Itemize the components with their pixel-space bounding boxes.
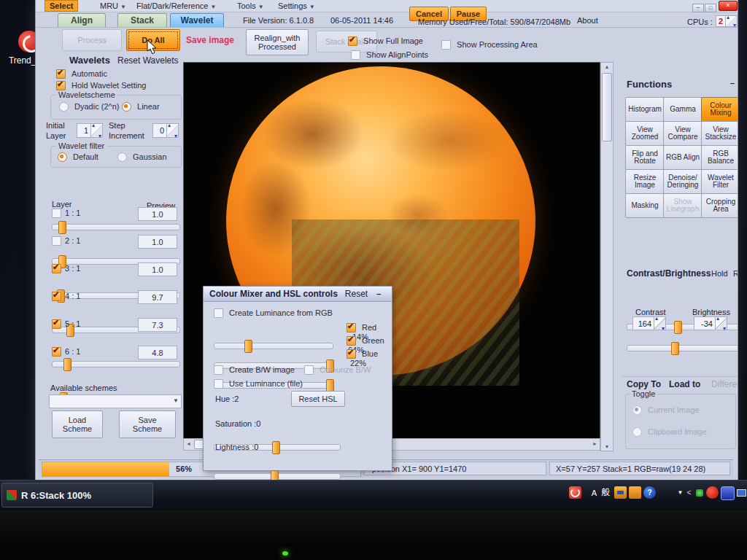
slider-thumb[interactable] [272,441,280,454]
checkbox-icon[interactable] [441,40,451,50]
show-processing-area-checkbox[interactable]: Show Processing Area [441,40,538,50]
spinner-arrows-icon[interactable] [91,123,103,138]
checkbox-icon[interactable] [351,50,360,60]
fn-view-zoomed-button[interactable]: View Zoomed [625,121,665,146]
difference-button[interactable]: Difference [711,379,738,389]
checkbox-icon[interactable] [347,349,356,359]
slider-thumb[interactable] [674,321,682,334]
spinner-arrows-icon[interactable] [167,123,179,138]
close-button[interactable]: × [719,1,738,11]
fn-masking-button[interactable]: Masking [625,193,665,218]
trend-micro-tray-icon[interactable] [569,486,581,499]
dialog-reset-button[interactable]: Reset [345,289,368,299]
help-icon[interactable]: ? [643,486,656,499]
layer-4-checkbox[interactable]: 4 : 1 [52,292,80,301]
copy-to-button[interactable]: Copy To [627,379,661,389]
checkbox-icon[interactable] [214,308,223,318]
checkbox-icon[interactable] [52,264,61,273]
scroll-left-icon[interactable]: ◄ [186,441,191,446]
functions-minimize-button[interactable]: – [730,79,735,88]
ime-alpha-icon[interactable]: A [588,486,600,499]
radio-icon[interactable] [59,102,69,112]
fn-show-linegraph-button[interactable]: Show Linegraph [663,193,703,218]
radio-icon[interactable] [632,427,642,437]
checkbox-icon[interactable] [56,69,66,79]
radio-icon[interactable] [122,102,131,112]
radio-icon[interactable] [117,152,127,162]
tab-stack[interactable]: Stack [117,13,167,27]
fn-flip-rotate-button[interactable]: Flip and Rotate [625,145,665,170]
slider-thumb[interactable] [58,221,66,234]
clipboard-image-radio[interactable]: Clipboard Image [632,427,707,437]
fn-gamma-button[interactable]: Gamma [663,97,703,122]
fn-rgb-balance-button[interactable]: RGB Balance [701,145,738,170]
load-to-button[interactable]: Load to [669,379,700,389]
checkbox-icon[interactable] [52,319,61,329]
linear-radio[interactable]: Linear [122,102,160,112]
step-increment-spinner[interactable]: 0 [152,123,179,138]
tab-align[interactable]: Align [58,13,106,27]
antivirus-tray-icon[interactable] [706,486,719,499]
reset-wavelets-button[interactable]: Reset Wavelets [117,55,179,66]
taskbar-registax-button[interactable]: R 6:Stack 100% [1,483,153,508]
tab-wavelet[interactable]: Wavelet [170,13,224,27]
slider-thumb[interactable] [63,358,71,371]
fn-view-stacksize-button[interactable]: View Stacksize [701,121,738,146]
app-tray-icon[interactable] [721,486,735,500]
spinner-arrows-icon[interactable] [726,15,738,27]
automatic-checkbox[interactable]: Automatic [56,69,107,79]
checkbox-icon[interactable] [52,209,61,218]
dialog-minimize-button[interactable]: – [376,289,381,298]
schemes-dropdown[interactable]: ▼ [49,394,182,408]
fn-wavelet-filter-button[interactable]: Wavelet Filter [701,169,738,194]
slider-thumb[interactable] [244,340,252,353]
minimize-button[interactable]: – [692,4,704,12]
show-alignpoints-checkbox[interactable]: Show AlignPoints [351,50,428,60]
vertical-scrollbar[interactable]: ▲ ▼ [600,62,614,451]
maximize-button[interactable]: □ [705,4,716,12]
checkbox-icon[interactable] [304,365,314,375]
network-icon[interactable] [735,486,747,499]
dyadic-radio[interactable]: Dyadic (2^n) [59,102,119,112]
ime-kanji-icon[interactable]: 般 [600,486,612,499]
brightness-slider[interactable] [627,345,738,351]
fn-view-compare-button[interactable]: View Compare [663,121,703,146]
radio-icon[interactable] [58,152,67,162]
menu-mru[interactable]: MRU▼ [96,1,131,11]
contrast-spinner[interactable]: 164 [632,316,666,330]
checkbox-icon[interactable] [52,347,61,357]
fn-colour-mixing-button[interactable]: Colour Mixing [701,97,738,122]
fn-rgb-align-button[interactable]: RGB Align [663,145,703,170]
checkbox-icon[interactable] [52,292,61,301]
vertical-scroll-thumb[interactable] [602,73,612,141]
current-image-radio[interactable]: Current Image [632,405,699,415]
checkbox-icon[interactable] [56,81,66,90]
save-scheme-button[interactable]: SaveScheme [119,411,176,438]
menu-select[interactable]: Select [44,0,78,12]
contrast-reset-button[interactable]: Reset [733,269,738,278]
layer-2-checkbox[interactable]: 2 : 1 [52,236,80,246]
cpus-spinner[interactable]: 2 [716,15,738,27]
layer-6-checkbox[interactable]: 6 : 1 [52,347,80,357]
brightness-spinner[interactable]: -34 [694,316,727,330]
slider-thumb[interactable] [271,470,279,481]
fn-denoise-button[interactable]: Denoise/ Deringing [663,169,703,194]
hold-button[interactable]: Hold [711,269,728,278]
saturation-slider[interactable] [214,473,341,480]
checkbox-icon[interactable] [347,323,356,332]
default-radio[interactable]: Default [58,152,98,162]
scroll-up-icon[interactable]: ▲ [601,64,613,69]
layer-1-slider[interactable] [52,224,180,230]
create-bw-checkbox[interactable]: Create B/W image [214,365,295,375]
scroll-down-icon[interactable]: ▼ [601,444,613,449]
ime-pad-icon[interactable] [629,486,641,499]
gaussian-radio[interactable]: Gaussian [117,152,167,162]
spinner-arrows-icon[interactable] [716,316,727,330]
load-scheme-button[interactable]: LoadScheme [52,411,103,438]
spinner-arrows-icon[interactable] [654,316,666,330]
use-luminance-checkbox[interactable]: Use Luminance (file) [214,379,303,389]
checkbox-icon[interactable] [348,36,357,46]
menu-flat-dark-reference[interactable]: Flat/Dark/Reference▼ [132,1,220,11]
colourize-bw-checkbox[interactable]: Colourize B/W [304,365,371,375]
save-image-button[interactable]: Save image [186,35,234,45]
